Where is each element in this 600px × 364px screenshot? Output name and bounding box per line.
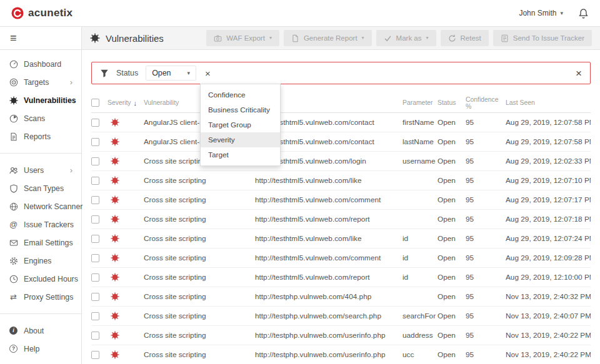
dropdown-item[interactable]: Target [201, 147, 280, 162]
waf-export-button[interactable]: WAF Export ▾ [206, 30, 279, 46]
row-checkbox[interactable] [91, 332, 99, 340]
table-row[interactable]: Cross site scripting http://testhtml5.vu… [91, 229, 591, 248]
sidebar-item-email-settings[interactable]: Email Settings [0, 234, 81, 252]
vulnerability-name[interactable]: Cross site scripting [144, 176, 255, 185]
sidebar-item-engines[interactable]: Engines [0, 252, 81, 270]
table-row[interactable]: Cross site scripting http://testphp.vuln… [91, 287, 591, 307]
filter-funnel-icon [100, 69, 109, 78]
sidebar-item-issue-trackers[interactable]: @ Issue Trackers [0, 215, 81, 234]
vulnerability-last-seen: Nov 13, 2019, 2:40:07 PM [506, 312, 591, 320]
sidebar-item-users[interactable]: Users › [0, 161, 81, 179]
row-checkbox[interactable] [91, 177, 99, 185]
table-row[interactable]: Cross site scripting http://testphp.vuln… [91, 345, 591, 364]
vulnerability-url: http://testhtml5.vulnweb.com/like [255, 234, 402, 243]
vulnerability-name[interactable]: Cross site scripting [144, 253, 255, 262]
severity-high-icon [111, 292, 119, 301]
filter-bar: Status Open ▾ × × [91, 62, 591, 84]
topbar-right: John Smith ▾ [519, 8, 589, 19]
table-row[interactable]: AngularJS client-side template injection… [91, 132, 591, 152]
row-checkbox[interactable] [91, 157, 99, 165]
row-checkbox[interactable] [91, 196, 99, 204]
sidebar-item-dashboard[interactable]: Dashboard [0, 55, 81, 73]
row-checkbox[interactable] [91, 351, 99, 359]
refresh-icon [448, 34, 456, 42]
sidebar-item-label: Engines [24, 257, 51, 265]
severity-high-icon [111, 176, 119, 185]
table-row[interactable]: Cross site scripting http://testhtml5.vu… [91, 248, 591, 268]
sidebar-item-scans[interactable]: Scans [0, 109, 81, 127]
table-row[interactable]: Cross site scripting http://testhtml5.vu… [91, 190, 591, 210]
vulnerability-name[interactable]: Cross site scripting [144, 312, 255, 320]
column-header-last-seen[interactable]: Last Seen [506, 99, 591, 106]
sidebar-item-vulnerabilities[interactable]: Vulnerabilities [0, 91, 81, 109]
remove-filter-icon[interactable]: × [205, 69, 211, 78]
vulnerability-confidence: 95 [466, 312, 506, 320]
column-header-parameter[interactable]: Parameter [402, 99, 438, 106]
vulnerability-url: http://testphp.vulnweb.com/404.php [255, 292, 402, 301]
vulnerability-name[interactable]: Cross site scripting [144, 234, 255, 243]
table-row[interactable]: Cross site scripting http://testhtml5.vu… [91, 152, 591, 171]
dropdown-item[interactable]: Severity [201, 132, 280, 147]
row-checkbox[interactable] [91, 254, 99, 262]
sidebar-item-reports[interactable]: Reports [0, 127, 81, 145]
column-header-status[interactable]: Status [438, 99, 466, 106]
hamburger-menu-icon[interactable]: ≡ [10, 32, 17, 44]
row-checkbox[interactable] [91, 273, 99, 282]
vulnerability-last-seen: Nov 13, 2019, 2:40:22 PM [506, 331, 591, 340]
filter-field-dropdown: Confidence Business Criticality Target G… [200, 84, 281, 166]
dropdown-item[interactable]: Confidence [201, 87, 280, 102]
sidebar-item-about[interactable]: i About [0, 322, 81, 340]
dropdown-item[interactable]: Target Group [201, 117, 280, 132]
row-checkbox[interactable] [91, 293, 99, 301]
vulnerability-status: Open [438, 195, 466, 204]
generate-report-button[interactable]: Generate Report ▾ [284, 30, 372, 46]
row-checkbox[interactable] [91, 312, 99, 320]
select-all-checkbox[interactable] [91, 99, 99, 107]
sidebar-item-network-scanner[interactable]: Network Scanner [0, 197, 81, 215]
sidebar-item-scan-types[interactable]: Scan Types [0, 179, 81, 197]
table-row[interactable]: Cross site scripting http://testphp.vuln… [91, 307, 591, 326]
row-checkbox[interactable] [91, 138, 99, 146]
row-checkbox[interactable] [91, 235, 99, 243]
vulnerability-parameter: username [402, 157, 438, 165]
sidebar-nav: Dashboard Targets › Vulnerabilities Scan… [0, 50, 81, 358]
vulnerability-name[interactable]: Cross site scripting [144, 350, 255, 359]
close-filter-bar-icon[interactable]: × [576, 68, 582, 79]
vulnerability-name[interactable]: Cross site scripting [144, 331, 255, 340]
sidebar-item-help[interactable]: ? Help [0, 340, 81, 358]
dropdown-item[interactable]: Business Criticality [201, 102, 280, 117]
notifications-bell-icon[interactable] [578, 8, 589, 19]
send-to-issue-tracker-button[interactable]: Send To Issue Tracker [493, 30, 592, 46]
row-checkbox[interactable] [91, 119, 99, 127]
retest-button[interactable]: Retest [441, 30, 489, 46]
vulnerability-url: http://testhtml5.vulnweb.com/comment [255, 195, 402, 204]
column-header-confidence[interactable]: Confidence % [466, 96, 506, 110]
gear-icon [9, 257, 18, 265]
sidebar-divider [0, 153, 81, 154]
column-header-severity[interactable]: Severity [108, 99, 131, 106]
table-row[interactable]: Cross site scripting http://testhtml5.vu… [91, 171, 591, 190]
mark-as-button[interactable]: Mark as ▾ [376, 30, 436, 46]
vulnerability-last-seen: Aug 29, 2019, 12:07:10 PM [506, 176, 591, 185]
vulnerability-confidence: 95 [466, 350, 506, 359]
vulnerability-name[interactable]: Cross site scripting [144, 273, 255, 282]
sidebar-item-excluded-hours[interactable]: Excluded Hours [0, 270, 81, 288]
filter-value-dropdown[interactable]: Open ▾ [146, 66, 196, 81]
vulnerability-parameter: id [402, 273, 438, 282]
user-menu[interactable]: John Smith ▾ [519, 9, 563, 17]
vulnerability-confidence: 95 [466, 292, 506, 301]
bug-icon [90, 33, 100, 43]
vulnerability-name[interactable]: Cross site scripting [144, 215, 255, 224]
table-row[interactable]: Cross site scripting http://testhtml5.vu… [91, 210, 591, 229]
sidebar-item-proxy-settings[interactable]: ⇄ Proxy Settings [0, 288, 81, 306]
vulnerability-name[interactable]: Cross site scripting [144, 292, 255, 301]
row-checkbox[interactable] [91, 215, 99, 224]
sidebar-item-targets[interactable]: Targets › [0, 73, 81, 91]
vulnerability-name[interactable]: Cross site scripting [144, 195, 255, 204]
bug-icon [9, 96, 18, 105]
sidebar-item-label: Users [24, 166, 44, 175]
table-row[interactable]: Cross site scripting http://testphp.vuln… [91, 326, 591, 345]
swap-arrows-icon: ⇄ [9, 293, 18, 301]
table-row[interactable]: AngularJS client-side template injection… [91, 113, 591, 132]
table-row[interactable]: Cross site scripting http://testhtml5.vu… [91, 268, 591, 287]
